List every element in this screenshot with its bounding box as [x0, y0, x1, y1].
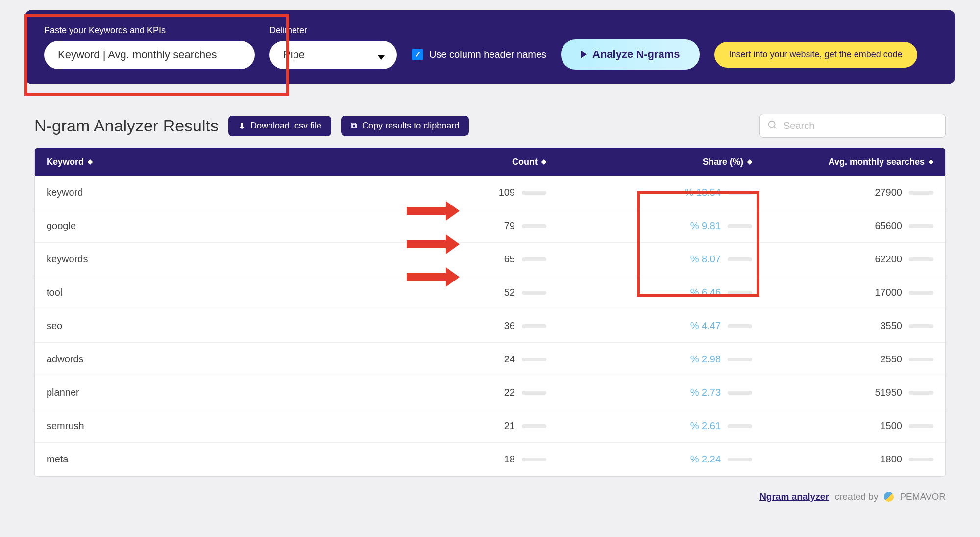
cell-share: % 2.73	[546, 387, 752, 398]
cell-avg: 27900	[752, 187, 933, 198]
table-row: semrush21% 2.611500	[35, 409, 945, 443]
keywords-field-group: Paste your Keywords and KPIs	[44, 26, 255, 69]
search-input[interactable]	[760, 114, 946, 138]
cell-count: 65	[419, 254, 546, 265]
cell-avg: 17000	[752, 287, 933, 298]
keywords-label: Paste your Keywords and KPIs	[44, 26, 255, 36]
bar-icon	[728, 191, 752, 195]
bar-icon	[909, 424, 933, 428]
results-table: Keyword Count Share (%) Avg. monthly sea…	[34, 148, 946, 477]
bar-icon	[522, 391, 546, 395]
bar-icon	[728, 324, 752, 328]
cell-count: 24	[419, 354, 546, 365]
results-header: N-gram Analyzer Results ⬇ Download .csv …	[34, 114, 946, 138]
table-row: seo36% 4.473550	[35, 309, 945, 343]
table-row: tool52% 6.4617000	[35, 276, 945, 309]
cell-share: % 9.81	[546, 220, 752, 231]
copy-label: Copy results to clipboard	[362, 121, 459, 131]
footer-created: created by	[835, 491, 879, 502]
cell-share: % 2.61	[546, 420, 752, 432]
col-avg[interactable]: Avg. monthly searches	[752, 157, 933, 167]
download-label: Download .csv file	[250, 121, 321, 131]
bar-icon	[909, 191, 933, 195]
bar-icon	[728, 224, 752, 228]
bar-icon	[909, 358, 933, 361]
delimiter-label: Delimeter	[270, 26, 397, 36]
sort-icon	[929, 159, 933, 165]
copy-icon: ⧉	[351, 121, 357, 131]
cell-avg: 65600	[752, 220, 933, 231]
cell-count: 52	[419, 287, 546, 298]
cell-keyword: seo	[47, 320, 419, 332]
footer: Ngram analyzer created by PEMAVOR	[34, 491, 946, 502]
bar-icon	[728, 391, 752, 395]
play-icon	[581, 51, 587, 58]
cell-keyword: planner	[47, 387, 419, 398]
bar-icon	[909, 324, 933, 328]
cell-count: 36	[419, 320, 546, 332]
col-share[interactable]: Share (%)	[546, 157, 752, 167]
bar-icon	[909, 291, 933, 295]
table-row: adwords24% 2.982550	[35, 343, 945, 376]
checkbox-icon: ✓	[412, 49, 423, 60]
bar-icon	[522, 358, 546, 361]
bar-icon	[728, 291, 752, 295]
cell-avg: 1800	[752, 454, 933, 465]
cell-keyword: tool	[47, 287, 419, 298]
svg-line-1	[774, 126, 777, 128]
col-count[interactable]: Count	[419, 157, 546, 167]
table-row: planner22% 2.7351950	[35, 376, 945, 409]
bar-icon	[728, 458, 752, 461]
cell-share: % 13.54	[546, 187, 752, 198]
analyze-button[interactable]: Analyze N-grams	[561, 39, 700, 70]
analyze-label: Analyze N-grams	[592, 48, 680, 61]
bar-icon	[909, 458, 933, 461]
cell-keyword: meta	[47, 454, 419, 465]
cell-avg: 62200	[752, 254, 933, 265]
col-keyword[interactable]: Keyword	[47, 157, 419, 167]
copy-clipboard-button[interactable]: ⧉ Copy results to clipboard	[341, 116, 469, 136]
cell-avg: 3550	[752, 320, 933, 332]
download-icon: ⬇	[238, 121, 245, 131]
top-toolbar: Paste your Keywords and KPIs Delimeter P…	[24, 10, 956, 84]
cell-share: % 2.98	[546, 354, 752, 365]
bar-icon	[522, 257, 546, 261]
cell-count: 109	[419, 187, 546, 198]
delimiter-field-group: Delimeter Pipe	[270, 26, 397, 69]
search-wrap	[760, 114, 946, 138]
bar-icon	[522, 291, 546, 295]
bar-icon	[909, 224, 933, 228]
header-checkbox-wrap[interactable]: ✓ Use column header names	[412, 49, 546, 60]
cell-keyword: keywords	[47, 254, 419, 265]
pemavor-logo-icon	[884, 492, 894, 502]
header-checkbox-label: Use column header names	[429, 49, 546, 60]
sort-icon	[747, 159, 752, 165]
keywords-input[interactable]	[44, 41, 255, 69]
cell-count: 79	[419, 220, 546, 231]
table-row: meta18% 2.241800	[35, 443, 945, 476]
cell-count: 21	[419, 420, 546, 432]
cell-count: 22	[419, 387, 546, 398]
delimiter-select[interactable]: Pipe	[270, 41, 397, 69]
bar-icon	[522, 224, 546, 228]
bar-icon	[522, 458, 546, 461]
footer-link[interactable]: Ngram analyzer	[760, 491, 829, 502]
cell-count: 18	[419, 454, 546, 465]
cell-keyword: semrush	[47, 420, 419, 432]
cell-keyword: adwords	[47, 354, 419, 365]
cell-keyword: google	[47, 220, 419, 231]
search-icon	[767, 120, 778, 132]
sort-icon	[541, 159, 546, 165]
cell-share: % 6.46	[546, 287, 752, 298]
cell-avg: 1500	[752, 420, 933, 432]
sort-icon	[88, 159, 93, 165]
bar-icon	[728, 257, 752, 261]
cell-avg: 2550	[752, 354, 933, 365]
bar-icon	[728, 358, 752, 361]
svg-point-0	[769, 121, 775, 127]
bar-icon	[909, 391, 933, 395]
download-csv-button[interactable]: ⬇ Download .csv file	[228, 116, 331, 136]
results-title: N-gram Analyzer Results	[34, 116, 219, 135]
footer-brand: PEMAVOR	[900, 491, 946, 502]
embed-button[interactable]: Insert into your website, get the embed …	[714, 42, 917, 68]
